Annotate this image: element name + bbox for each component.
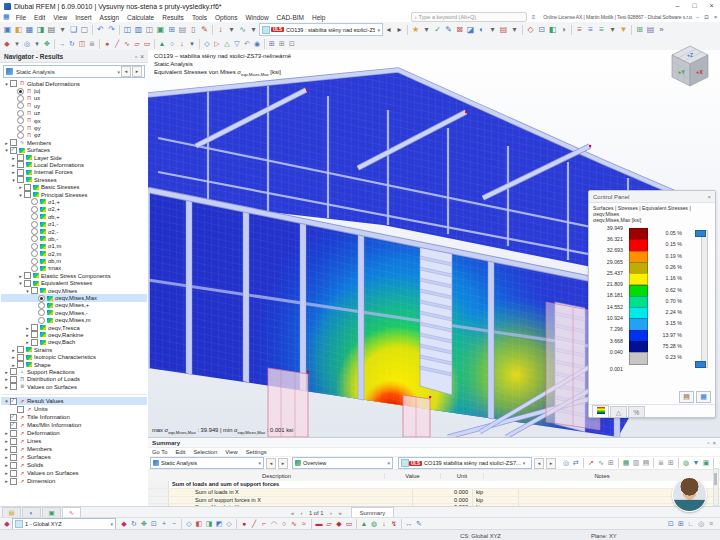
view-xz[interactable]: ◧ xyxy=(194,519,204,529)
new-model[interactable]: ▣ xyxy=(2,24,13,35)
results-tree-item-2[interactable]: σ2,- xyxy=(1,228,147,235)
expander-icon[interactable]: ▸ xyxy=(3,454,10,460)
spline-new[interactable]: ∿ xyxy=(289,519,299,529)
radio-button[interactable] xyxy=(17,102,24,109)
freeze-rows[interactable]: ▤ xyxy=(641,458,651,468)
results-tree-item-surfaces[interactable]: ▾Surfaces xyxy=(1,147,147,154)
panel-view[interactable]: ▯ xyxy=(188,24,199,35)
restore-2-button[interactable]: ⊡ xyxy=(702,14,711,20)
align-tool[interactable]: ≣ xyxy=(87,39,97,49)
user-view[interactable]: ◉ xyxy=(252,39,262,49)
radio-button[interactable] xyxy=(38,309,45,316)
results-tree-item-elastic-stress-components[interactable]: ▸Elastic Stress Components xyxy=(1,272,147,279)
snap-settings[interactable]: ⊡ xyxy=(287,39,297,49)
results-tree-item-1-m[interactable]: σ1,m xyxy=(1,243,147,250)
radio-button[interactable] xyxy=(31,213,38,220)
hinge-tool[interactable]: ○ xyxy=(167,39,177,49)
results-tree-item-equivalent-stresses[interactable]: ▾Equivalent Stresses xyxy=(1,280,147,287)
checkbox[interactable] xyxy=(17,406,24,413)
expander-icon[interactable]: ▸ xyxy=(10,347,17,353)
last-page-button[interactable]: » xyxy=(336,510,345,516)
filter-color[interactable]: ▼ xyxy=(618,24,629,35)
expander-icon[interactable]: ▸ xyxy=(10,169,17,175)
render-mode[interactable]: ◧ xyxy=(547,24,558,35)
checkbox[interactable] xyxy=(10,478,17,485)
table-relations[interactable]: ⊞ xyxy=(606,458,616,468)
numbering-lines[interactable]: ≡ xyxy=(585,24,596,35)
render-window[interactable]: ▣ xyxy=(155,24,166,35)
previous-view[interactable]: ↶ xyxy=(242,39,252,49)
tables-toggle[interactable]: ▥ xyxy=(133,24,144,35)
checkbox[interactable] xyxy=(10,376,17,383)
opening-new[interactable]: ▭ xyxy=(344,519,354,529)
minimize-2-button[interactable]: – xyxy=(693,14,702,20)
zoom-all[interactable]: ◎ xyxy=(22,39,32,49)
radio-button[interactable] xyxy=(38,295,45,302)
summary-close-icon[interactable]: × xyxy=(712,439,716,446)
color-scale-tab[interactable] xyxy=(592,405,609,417)
display-tree-item-surfaces[interactable]: ▸↗Surfaces xyxy=(1,453,147,461)
redo[interactable]: ↷ xyxy=(106,24,117,35)
checkbox[interactable] xyxy=(10,398,17,405)
menu-cad-bim[interactable]: CAD-BIM xyxy=(273,14,308,21)
checkbox[interactable] xyxy=(10,446,17,453)
results-tree-item-uz[interactable]: Πuz xyxy=(1,110,147,117)
dimension-new[interactable]: ↔ xyxy=(404,519,414,529)
center-stiffener-ladder[interactable] xyxy=(420,246,452,395)
arc-new[interactable]: ◠ xyxy=(269,519,279,529)
expander-icon[interactable]: ▸ xyxy=(10,354,17,360)
results-tree-item-eqv-mises[interactable]: ▾σeqv,Mises xyxy=(1,287,147,294)
results-tree-item-layer-side[interactable]: ▸Layer Side xyxy=(1,154,147,161)
results-tree-item-eqv-mises-max[interactable]: σeqv,Mises,Max xyxy=(1,294,147,301)
expander-icon[interactable]: ▸ xyxy=(3,384,10,390)
save-model[interactable]: ▦ xyxy=(24,24,35,35)
freeze-columns[interactable]: ▥ xyxy=(631,458,641,468)
panel-options-button[interactable]: ▤ xyxy=(679,391,694,403)
radio-button[interactable] xyxy=(31,250,38,257)
scale-slider-track[interactable] xyxy=(701,230,708,368)
expander-icon[interactable]: ▾ xyxy=(3,147,10,153)
menu-edit[interactable]: Edit xyxy=(30,14,49,21)
summary-table-row[interactable]: Sum of loads in X0.000kip xyxy=(148,489,720,497)
checkbox[interactable] xyxy=(31,324,38,331)
globe-tool[interactable]: ◍ xyxy=(681,458,691,468)
loads-dropdown[interactable]: ▾ xyxy=(226,24,237,35)
results-display[interactable]: ∿ xyxy=(237,24,248,35)
lc-next[interactable]: ▸ xyxy=(394,24,405,35)
checkbox[interactable] xyxy=(31,331,38,338)
results-tree-item-stresses[interactable]: ▾Stresses xyxy=(1,176,147,183)
display-tree-item-lines[interactable]: ▸↗Lines xyxy=(1,437,147,445)
checkbox[interactable] xyxy=(10,454,17,461)
expander-icon[interactable]: ▸ xyxy=(10,362,17,368)
expander-icon[interactable]: ▸ xyxy=(24,332,31,338)
checkbox[interactable] xyxy=(17,346,24,353)
display-tree-item-max-min-information[interactable]: ↗Max/Min Information xyxy=(1,421,147,429)
transparency[interactable]: ◑ xyxy=(558,24,569,35)
summary-analysis-prev[interactable]: ◂ xyxy=(266,458,276,469)
view-iso[interactable]: ◇ xyxy=(184,519,194,529)
ortho-toggle[interactable]: ∟ xyxy=(686,519,696,529)
color-scale-edit-button[interactable]: ▦ xyxy=(696,391,711,403)
expander-icon[interactable]: ▾ xyxy=(17,192,24,198)
tree-view[interactable]: ≣ xyxy=(656,458,666,468)
results-tree-item-local-deformations[interactable]: ▸Local Deformations xyxy=(1,161,147,168)
results-tree-item-ux[interactable]: Πux xyxy=(1,95,147,102)
expander-icon[interactable]: ▸ xyxy=(3,430,10,436)
menu-options[interactable]: Options xyxy=(211,14,241,21)
view-x[interactable]: ▷ xyxy=(212,39,222,49)
select-dropdown[interactable]: ▾ xyxy=(12,39,22,49)
results-tree-item-u[interactable]: Π|u| xyxy=(1,87,147,94)
load-tool[interactable]: ↓ xyxy=(177,39,187,49)
summary-lc-prev[interactable]: ◂ xyxy=(534,458,544,469)
load-dropdown[interactable]: ▾ xyxy=(187,39,197,49)
filter-tool[interactable]: ▼ xyxy=(691,458,701,468)
display-tree-item-deformation[interactable]: ▸↗Deformation xyxy=(1,429,147,437)
results-dropdown[interactable]: ▾ xyxy=(248,24,259,35)
checkbox[interactable] xyxy=(10,414,17,421)
display-tree-item-title-information[interactable]: ↗Title Information xyxy=(1,413,147,421)
results-tree-item-b-m[interactable]: αb,m xyxy=(1,257,147,264)
checkbox[interactable] xyxy=(24,191,31,198)
zoom-dropdown[interactable]: ▾ xyxy=(32,39,42,49)
radio-button[interactable] xyxy=(31,243,38,250)
lc-prev[interactable]: ◂ xyxy=(383,24,394,35)
